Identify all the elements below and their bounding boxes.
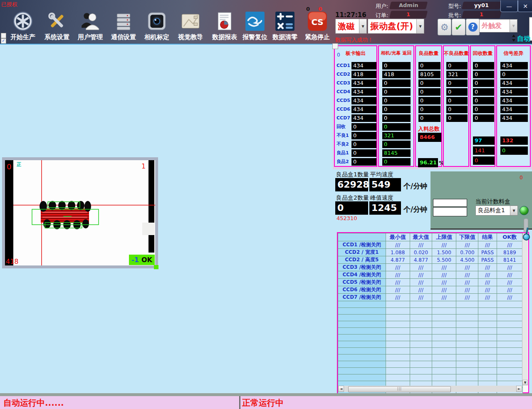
start-production-button[interactable]: 开始生产 (7, 11, 39, 41)
communication-settings-button[interactable]: 通信设置 (107, 11, 140, 41)
counts-column: 信号差异43404344344344344341320 (496, 45, 531, 167)
measure-row[interactable]: CCD5 /检测关闭////////////////// (338, 279, 523, 286)
measure-row-label (338, 374, 386, 381)
scroll-left-icon[interactable]: ◄ (338, 386, 344, 392)
confirm-check-button[interactable]: ✔ (452, 19, 465, 35)
counts-cell: 0 (418, 79, 440, 87)
box1-count-value: 629285 (335, 178, 368, 191)
help-button[interactable]: ? (466, 19, 480, 35)
scroll-right-icon[interactable]: ► (516, 386, 522, 392)
batch-value: 1 (480, 11, 483, 18)
counts-row-label: CCD1 (337, 62, 350, 69)
measure-cell: /// (478, 279, 497, 286)
measure-cell: /// (410, 264, 432, 271)
counts-row-label: CCD5 (337, 97, 350, 104)
measure-cell: 4.877 (410, 256, 432, 264)
close-icon: ✕ (523, 3, 528, 10)
counts-cell: 0 (382, 79, 411, 87)
measure-cell (456, 374, 478, 381)
user-value-box: Admin (389, 2, 428, 9)
measure-cell: 0.020 (410, 249, 432, 256)
measure-cell (478, 368, 497, 374)
counts-cell: 434 (500, 97, 528, 104)
tray-input-1[interactable] (433, 199, 467, 207)
measure-cell (410, 348, 432, 354)
measure-cell (410, 354, 432, 361)
user-management-button[interactable]: 用户管理 (74, 11, 106, 41)
user-value: Admin (399, 2, 418, 9)
measure-cell (410, 328, 432, 335)
spinner-down-icon[interactable] (512, 39, 515, 42)
settings-gear-button[interactable]: ⚙ (438, 19, 451, 35)
measure-row[interactable]: CCD1 /检测关闭////////////////// (338, 241, 523, 249)
measure-cell (432, 341, 456, 348)
tray-panel: 0 当前计数料盒 良品料盒1 ▼ (431, 171, 532, 230)
counts-cell: 0 (473, 114, 494, 122)
camera-view-panel: 0 正 1 418 (2, 157, 158, 268)
vibration-dropdown[interactable]: 振动盘(开) ▼ (368, 19, 424, 34)
spinner-up-icon[interactable] (512, 35, 515, 37)
status-left-text: 自动运行中...... (3, 397, 64, 409)
scrollbar-thumb[interactable]: ||| (348, 386, 451, 392)
data-report-button[interactable]: 数据报表 (208, 11, 241, 41)
peak-speed-unit: 个/分钟 (403, 205, 427, 214)
counts-row-label: CCD4 (337, 88, 350, 96)
toolbar-checkbox-checked[interactable]: ✓ (1, 38, 6, 44)
camera-calibration-button[interactable]: 相机标定 (141, 11, 173, 41)
close-button[interactable]: ✕ (518, 0, 532, 12)
counts-cell: 0 (473, 156, 495, 165)
system-settings-button[interactable]: 系统设置 (41, 11, 73, 41)
excite-dropdown[interactable]: 激磁 ▼ (335, 19, 367, 34)
emergency-stop-button[interactable]: CS 紧急停止 (301, 11, 334, 41)
counts-column-header: 板卡输出 (335, 50, 376, 57)
horizontal-scrollbar[interactable]: ◄ ► ||| (338, 386, 522, 392)
counts-checkbox[interactable] (332, 43, 338, 49)
measure-cell (456, 368, 478, 374)
measure-row[interactable]: CCD2 / 宽度11.0880.0201.5000.700PASS8189 (338, 249, 523, 256)
counts-cell: 0 (500, 71, 528, 78)
measure-cell: /// (432, 241, 456, 249)
counts-column: 板卡输出0CCD1434CCD2418CCD3434CCD4434CCD5434… (334, 45, 377, 167)
data-clear-button[interactable]: 数据清零 (269, 11, 301, 41)
measure-cell (386, 361, 410, 368)
counts-row-label: 良品2 (337, 158, 349, 166)
tray-input-2[interactable] (433, 207, 467, 216)
measure-cell (456, 321, 478, 328)
camera-counter-bottom: 418 (6, 258, 19, 265)
chevron-down-icon[interactable]: ▼ (416, 19, 424, 33)
counts-cell: 0 (446, 88, 468, 96)
alarm-reset-button[interactable]: 报警复位 (239, 11, 271, 41)
wind-icon (245, 11, 265, 32)
chevron-down-icon[interactable]: ▼ (510, 206, 517, 215)
report-icon (214, 11, 235, 32)
chevron-down-icon[interactable]: ▼ (359, 19, 366, 33)
measure-cell (386, 341, 410, 348)
measure-row[interactable]: CCD2 / 高度54.8774.8775.5004.500PASS8141 (338, 256, 523, 264)
peak-speed-label: 峰值速度 (370, 194, 393, 202)
counts-cell: 97 (473, 136, 495, 145)
measure-row-label: CCD2 / 宽度1 (338, 249, 386, 256)
measure-row-label (338, 354, 386, 361)
scroll-down-icon[interactable]: ▼ (522, 380, 528, 385)
toolbar-item-label: 紧急停止 (301, 33, 334, 41)
measure-cell: /// (410, 286, 432, 294)
measure-cell: /// (386, 264, 410, 271)
counts-cell: 132 (500, 136, 528, 145)
measure-row[interactable]: CCD4 /检测关闭////////////////// (338, 271, 523, 279)
measure-cell (386, 335, 410, 341)
vertical-scrollbar[interactable]: ▲ ▼ (522, 233, 528, 385)
tray-counter: 0 (520, 175, 523, 181)
toolbar-checkbox-unchecked[interactable] (1, 33, 6, 38)
box2-count-label: 良品盒2数量 (336, 194, 369, 202)
measure-empty-row (338, 374, 523, 381)
trigger-dropdown[interactable]: 外触发 ▼ (479, 19, 517, 32)
measure-cell: /// (386, 279, 410, 286)
measure-cell (478, 308, 497, 315)
vision-teaching-button[interactable]: 视觉教导 (174, 11, 207, 41)
model-label: 型号: (448, 2, 461, 10)
measure-row[interactable]: CCD7 /检测关闭////////////////// (338, 294, 523, 301)
measure-row[interactable]: CCD3 /检测关闭////////////////// (338, 264, 523, 271)
minimize-button[interactable]: — (500, 0, 518, 12)
tray-select[interactable]: 良品料盒1 ▼ (475, 206, 518, 216)
measure-row[interactable]: CCD6 /检测关闭////////////////// (338, 286, 523, 294)
